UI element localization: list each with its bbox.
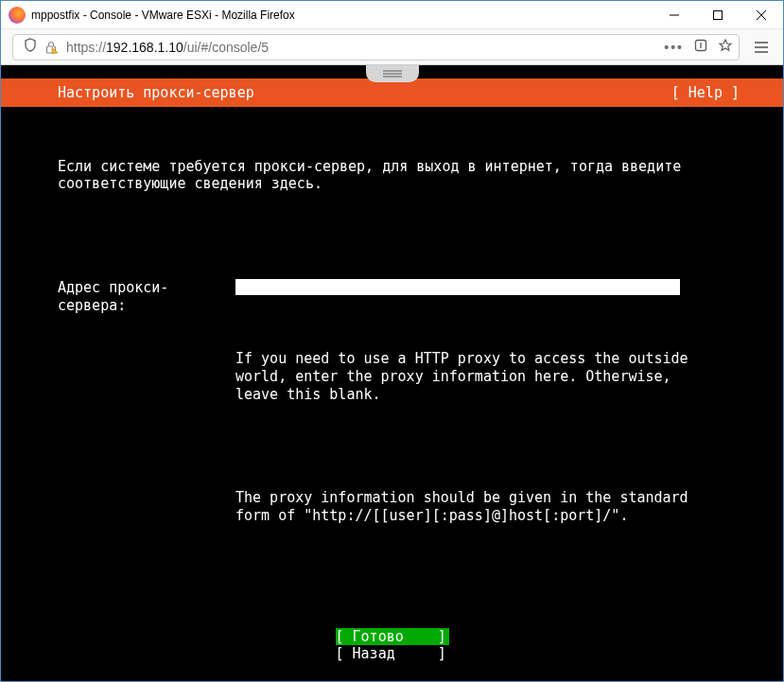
url-path: /ui/#/console/5 <box>183 40 269 55</box>
identity-block[interactable] <box>19 38 66 56</box>
console-handle[interactable] <box>366 65 419 82</box>
firefox-icon <box>9 7 26 24</box>
lock-warning-icon <box>44 40 59 55</box>
maximize-button[interactable] <box>696 1 740 29</box>
proxy-hint-2: The proxy information should be given in… <box>235 489 689 525</box>
window-titlebar: mppostfix - Console - VMware ESXi - Mozi… <box>1 1 783 29</box>
installer-buttons: [ Готово ] [ Назад ] <box>1 628 783 662</box>
url-trailing: ••• <box>664 38 733 56</box>
intro-text: Если системе требуется прокси-сервер, дл… <box>58 158 682 194</box>
shield-icon <box>23 38 38 56</box>
url-text: https://192.168.1.10/ui/#/console/5 <box>66 40 269 55</box>
proxy-address-input[interactable] <box>235 279 680 295</box>
vm-console[interactable]: Настроить прокси-сервер [ Help ] Если си… <box>1 65 783 681</box>
done-button[interactable]: [ Готово ] <box>336 628 449 645</box>
app-menu-button[interactable] <box>745 33 777 61</box>
page-actions-icon[interactable]: ••• <box>664 40 684 55</box>
installer-body: Если системе требуется прокси-сервер, дл… <box>1 107 783 560</box>
back-button[interactable]: [ Назад ] <box>336 645 449 662</box>
url-bar[interactable]: https://192.168.1.10/ui/#/console/5 ••• <box>12 34 740 61</box>
proxy-hint-1: If you need to use a HTTP proxy to acces… <box>235 350 689 403</box>
url-scheme: https:// <box>66 40 106 55</box>
browser-toolbar: https://192.168.1.10/ui/#/console/5 ••• <box>1 29 783 65</box>
minimize-button[interactable] <box>653 1 696 29</box>
url-host: 192.168.1.10 <box>106 40 183 55</box>
help-button[interactable]: [ Help ] <box>671 84 760 101</box>
bookmark-star-icon[interactable] <box>718 38 733 56</box>
proxy-address-label: Адрес прокси-сервера: <box>58 279 235 315</box>
installer-header: Настроить прокси-сервер [ Help ] <box>1 79 783 107</box>
svg-rect-1 <box>714 10 723 19</box>
window-controls <box>653 1 783 29</box>
grip-icon <box>383 73 402 75</box>
close-button[interactable] <box>740 1 783 29</box>
window-title: mppostfix - Console - VMware ESXi - Mozi… <box>31 9 653 22</box>
header-title: Настроить прокси-сервер <box>58 84 254 101</box>
reader-mode-icon[interactable] <box>693 38 708 56</box>
